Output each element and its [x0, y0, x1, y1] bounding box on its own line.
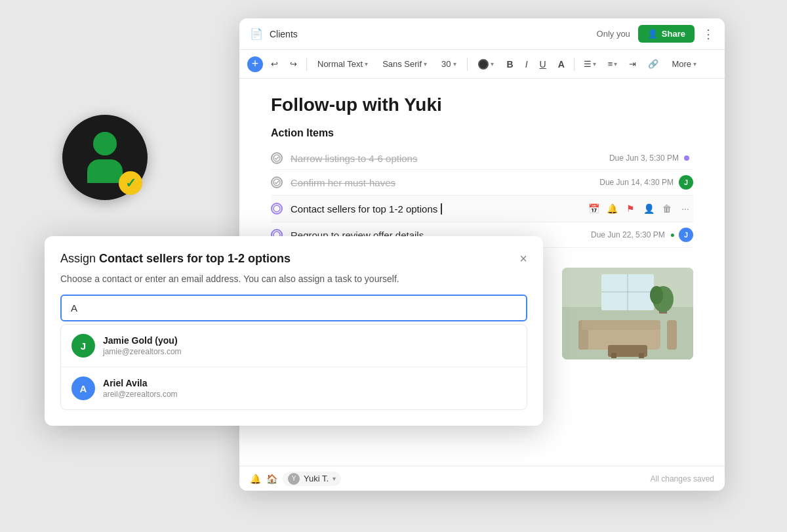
avatar-check-badge: ✓ — [119, 171, 142, 195]
indent-button[interactable]: ⇥ — [625, 56, 640, 72]
numbered-list-button[interactable]: ≡ ▾ — [604, 56, 622, 72]
chevron-down-icon: ▾ — [365, 60, 368, 68]
title-bar-right: Only you 👤 Share ⋮ — [597, 25, 714, 43]
avatar-body — [87, 159, 123, 183]
task-avatar-2: J — [679, 175, 693, 190]
toolbar: + ↩ ↪ Normal Text ▾ Sans Serif ▾ 30 ▾ ▾ … — [239, 50, 725, 79]
avatar-head — [93, 132, 117, 155]
separator-2 — [467, 58, 468, 71]
share-icon: 👤 — [647, 29, 658, 39]
section-heading: Action Items — [271, 127, 693, 139]
undo-icon: ↩ — [271, 59, 278, 69]
redo-icon: ↪ — [290, 59, 297, 69]
task-check-todo-3[interactable] — [271, 203, 283, 215]
bold-button[interactable]: B — [503, 56, 517, 72]
contact-info-jamie: Jamie Gold (you) jamie@zerealtors.com — [103, 335, 516, 356]
visibility-label: Only you — [597, 29, 630, 39]
contact-name-jamie: Jamie Gold (you) — [103, 335, 516, 346]
more-dropdown[interactable]: More ▾ — [666, 56, 702, 72]
svg-rect-18 — [639, 353, 644, 358]
highlight-button[interactable]: A — [554, 56, 569, 72]
status-bar-left: 🔔 🏠 Y Yuki T. ▾ — [250, 472, 341, 486]
undo-button[interactable]: ↩ — [267, 56, 282, 72]
assign-search-input[interactable] — [60, 295, 527, 321]
svg-rect-17 — [611, 353, 616, 358]
indent-icon: ⇥ — [629, 59, 636, 69]
task-text-2: Confirm her must-haves — [291, 177, 599, 188]
chevron-down-icon-6: ▾ — [614, 60, 617, 68]
dialog-title: Assign Contact sellers for top 1-2 optio… — [60, 252, 291, 266]
contact-name-ariel: Ariel Avila — [103, 378, 516, 388]
task-due-4: Due Jun 22, 5:30 PM — [591, 230, 665, 239]
task-item-active: Contact sellers for top 1-2 options 📅 🔔 … — [271, 195, 693, 222]
chevron-down-icon-7: ▾ — [693, 60, 696, 68]
more-dots-icon[interactable]: ··· — [677, 201, 693, 216]
notification-dot-4: ● — [670, 230, 675, 239]
contact-avatar-ariel: A — [71, 377, 95, 400]
share-button[interactable]: 👤 Share — [638, 25, 695, 43]
status-saved: All changes saved — [651, 474, 714, 483]
separator-1 — [306, 58, 307, 71]
task-due-2: Due Jun 14, 4:30 PM — [599, 178, 674, 187]
document-icon: 📄 — [250, 28, 263, 41]
chevron-down-icon-3: ▾ — [453, 60, 456, 68]
color-dropdown[interactable]: ▾ — [473, 56, 499, 72]
title-bar: 📄 Clients Only you 👤 Share ⋮ — [239, 18, 725, 50]
assign-person-icon[interactable]: 👤 — [641, 201, 656, 216]
svg-rect-15 — [582, 320, 660, 330]
numbered-list-icon: ≡ — [608, 59, 613, 69]
text-style-dropdown[interactable]: Normal Text ▾ — [312, 56, 373, 72]
user-chip-chevron: ▾ — [333, 475, 336, 482]
chevron-down-icon-2: ▾ — [424, 60, 427, 68]
assign-dialog: Assign Contact sellers for top 1-2 optio… — [45, 236, 543, 426]
status-bar: 🔔 🏠 Y Yuki T. ▾ All changes saved — [239, 466, 725, 491]
chevron-down-icon-5: ▾ — [593, 60, 596, 68]
add-button[interactable]: + — [247, 56, 263, 72]
trash-icon[interactable]: 🗑 — [659, 201, 675, 216]
kebab-menu-icon[interactable]: ⋮ — [702, 27, 714, 41]
user-chip[interactable]: Y Yuki T. ▾ — [283, 472, 341, 486]
add-icon: + — [252, 57, 259, 71]
home-status-icon[interactable]: 🏠 — [266, 474, 277, 484]
separator-3 — [574, 58, 575, 71]
underline-button[interactable]: U — [536, 56, 550, 72]
user-chip-avatar: Y — [288, 473, 300, 485]
dialog-subtitle: Choose a contact or enter an email addre… — [60, 274, 527, 284]
user-avatar-circle: ✓ — [62, 115, 148, 200]
contact-list: J Jamie Gold (you) jamie@zerealtors.com … — [60, 324, 527, 410]
svg-point-11 — [650, 286, 663, 304]
dialog-close-button[interactable]: × — [519, 252, 527, 265]
task-item: Confirm her must-haves Due Jun 14, 4:30 … — [271, 170, 693, 195]
flag-icon[interactable]: ⚑ — [622, 201, 638, 216]
bullet-list-button[interactable]: ☰ ▾ — [580, 56, 600, 72]
title-bar-left: 📄 Clients — [250, 28, 298, 41]
font-size-dropdown[interactable]: 30 ▾ — [436, 56, 461, 72]
svg-rect-14 — [667, 320, 677, 350]
avatar-person — [87, 132, 123, 183]
room-image — [562, 268, 693, 359]
svg-point-2 — [273, 205, 280, 212]
task-check-done[interactable] — [271, 152, 283, 164]
task-actions-3: 📅 🔔 ⚑ 👤 🗑 ··· — [586, 201, 693, 216]
contact-item-ariel[interactable]: A Ariel Avila areil@zerealtors.com — [61, 367, 527, 409]
bell-icon[interactable]: 🔔 — [604, 201, 620, 216]
contact-avatar-jamie: J — [71, 334, 95, 358]
bell-status-icon[interactable]: 🔔 — [250, 474, 261, 484]
task-text-3: Contact sellers for top 1-2 options — [291, 203, 580, 215]
contact-email-ariel: areil@zerealtors.com — [103, 390, 516, 399]
task-avatar-4: J — [679, 228, 693, 242]
contact-item-jamie[interactable]: J Jamie Gold (you) jamie@zerealtors.com — [61, 325, 527, 367]
document-title: Follow-up with Yuki — [271, 94, 693, 115]
chevron-down-icon-4: ▾ — [491, 60, 494, 68]
color-circle — [478, 59, 489, 70]
link-button[interactable]: 🔗 — [644, 56, 662, 72]
font-dropdown[interactable]: Sans Serif ▾ — [377, 56, 432, 72]
link-icon: 🔗 — [648, 59, 658, 69]
calendar-icon[interactable]: 📅 — [586, 201, 601, 216]
italic-button[interactable]: I — [521, 56, 532, 72]
contact-email-jamie: jamie@zerealtors.com — [103, 347, 516, 356]
redo-button[interactable]: ↪ — [286, 56, 301, 72]
task-check-done-2[interactable] — [271, 176, 283, 188]
user-chip-name: Yuki T. — [304, 474, 329, 483]
task-item: Narrow listings to 4-6 options Due Jun 3… — [271, 147, 693, 170]
